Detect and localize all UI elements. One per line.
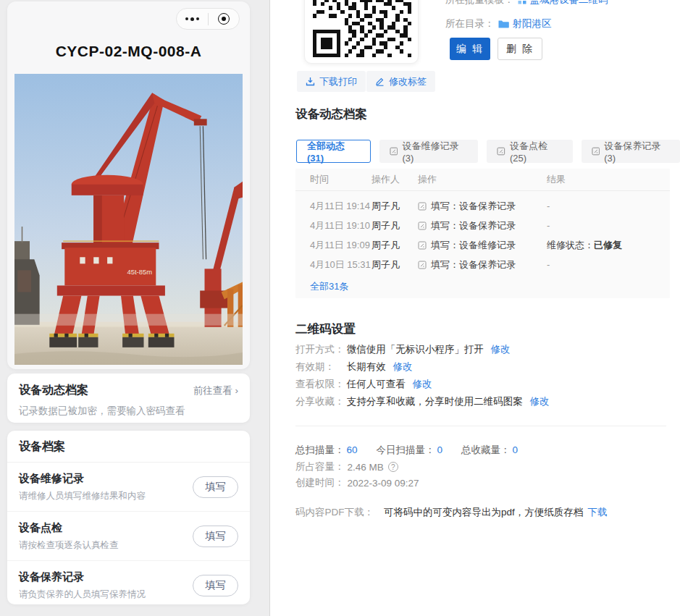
scan-total-value: 60 bbox=[347, 444, 358, 455]
help-icon[interactable]: ? bbox=[388, 462, 398, 472]
view-all-records-link[interactable]: 全部31条 bbox=[310, 281, 348, 292]
table-row: 4月11日 19:09 周子凡 填写：设备维修记录 维修状态：已修复 bbox=[295, 235, 670, 255]
edit-label-button[interactable]: 修改标签 bbox=[366, 71, 435, 92]
tab-bar: 全部动态(31) 设备维修记录(3) 设备点检(25) 设备保养记录(3) bbox=[296, 140, 680, 163]
fill-button[interactable]: 填写 bbox=[193, 575, 238, 596]
device-photo: 45t-85m bbox=[14, 74, 243, 365]
table-header: 时间 操作人 操作 结果 bbox=[295, 169, 670, 191]
tab-maintenance-records[interactable]: 设备保养记录(3) bbox=[582, 140, 680, 163]
dynamic-archive-title: 设备动态档案 bbox=[19, 383, 88, 398]
delete-button[interactable]: 删 除 bbox=[498, 38, 542, 60]
list-item-maintenance: 设备保养记录 请负责保养的人员填写保养情况 填写 bbox=[7, 561, 250, 610]
form-icon bbox=[418, 241, 427, 250]
tab-inspection[interactable]: 设备点检(25) bbox=[487, 140, 572, 163]
template-label: 所在批量模板： bbox=[445, 0, 514, 7]
form-icon bbox=[418, 202, 427, 211]
qr-code bbox=[313, 0, 411, 57]
pencil-icon bbox=[375, 77, 385, 86]
modify-link[interactable]: 修改 bbox=[393, 361, 413, 372]
qr-code-card bbox=[304, 0, 419, 64]
list-item-repair: 设备维修记录 请维修人员填写维修结果和内容 填写 bbox=[7, 463, 250, 512]
directory-label: 所在目录： bbox=[445, 17, 495, 30]
template-link[interactable]: 盐城港设备二维码 bbox=[530, 0, 608, 7]
template-row: 所在批量模板： 盐城港设备二维码 bbox=[445, 0, 608, 7]
section-divider bbox=[295, 426, 666, 426]
more-button[interactable] bbox=[177, 9, 208, 29]
download-icon bbox=[306, 77, 315, 86]
svg-text:45t-85m: 45t-85m bbox=[127, 269, 152, 277]
phone-preview-pane: CYCP-02-MQ-008-A bbox=[0, 0, 270, 616]
list-item-inspection: 设备点检 请按检查项逐条认真检查 填写 bbox=[7, 512, 250, 561]
storage-size-row: 所占容量： 2.46 MB ? bbox=[295, 460, 398, 473]
encrypted-note: 记录数据已被加密，需要输入密码查看 bbox=[19, 405, 238, 418]
directory-link[interactable]: 射阳港区 bbox=[513, 17, 552, 30]
created-time-row: 创建时间： 2022-3-09 09:27 bbox=[295, 476, 419, 489]
created-time-value: 2022-3-09 09:27 bbox=[348, 478, 419, 489]
exit-button[interactable] bbox=[209, 9, 240, 29]
favorite-total-value: 0 bbox=[513, 444, 519, 455]
modify-link[interactable]: 修改 bbox=[530, 396, 550, 407]
fill-button[interactable]: 填写 bbox=[193, 476, 238, 498]
setting-share-favorite: 分享收藏： 支持分享和收藏，分享时使用二维码图案 修改 bbox=[295, 395, 550, 408]
tab-repair-records[interactable]: 设备维修记录(3) bbox=[379, 140, 478, 163]
detail-pane: 所在批量模板： 盐城港设备二维码 所在目录： 射阳港区 编 辑 删 除 下载打印… bbox=[271, 0, 680, 616]
table-row: 4月11日 19:10 周子凡 填写：设备保养记录 - bbox=[295, 216, 670, 235]
chevron-right-icon: › bbox=[235, 385, 239, 396]
form-icon bbox=[418, 221, 427, 230]
target-icon bbox=[218, 13, 230, 25]
storage-size-value: 2.46 MB bbox=[348, 462, 384, 473]
preview-top-card: CYCP-02-MQ-008-A bbox=[7, 1, 250, 369]
tab-all-activity[interactable]: 全部动态(31) bbox=[296, 140, 371, 163]
download-print-button[interactable]: 下载打印 bbox=[297, 71, 366, 92]
scan-today-value: 0 bbox=[437, 444, 443, 455]
device-archive-card: 设备档案 设备维修记录 请维修人员填写维修结果和内容 填写 设备点检 请按检查项… bbox=[7, 431, 250, 604]
form-icon bbox=[497, 147, 505, 156]
form-icon bbox=[418, 261, 427, 269]
repair-status-value: 已修复 bbox=[594, 240, 622, 250]
setting-view-permission: 查看权限： 任何人可查看 修改 bbox=[295, 378, 432, 391]
archive-card-title: 设备档案 bbox=[19, 440, 65, 452]
table-row: 4月11日 19:14 周子凡 填写：设备保养记录 - bbox=[295, 196, 670, 216]
pdf-export-row: 码内容PDF下载：可将码中的可变内容导出为pdf，方便纸质存档下载 bbox=[295, 506, 607, 519]
go-view-link[interactable]: 前往查看 › bbox=[193, 384, 238, 397]
form-icon bbox=[390, 147, 398, 156]
port-crane-illustration: 45t-85m bbox=[14, 74, 243, 365]
directory-row: 所在目录： 射阳港区 bbox=[445, 17, 552, 30]
scan-stats-row: 总扫描量：60 今日扫描量：0 总收藏量：0 bbox=[295, 444, 518, 457]
activity-table: 时间 操作人 操作 结果 4月11日 19:14 周子凡 填写：设备保养记录 -… bbox=[295, 169, 670, 298]
modify-link[interactable]: 修改 bbox=[413, 379, 432, 389]
modify-link[interactable]: 修改 bbox=[491, 344, 511, 355]
section-title-dynamic-archive: 设备动态档案 bbox=[295, 106, 367, 122]
setting-open-mode: 打开方式： 微信使用「无标识小程序」打开 修改 bbox=[295, 343, 511, 356]
pdf-download-link[interactable]: 下载 bbox=[587, 507, 607, 518]
setting-validity: 有效期： 长期有效 修改 bbox=[295, 360, 413, 374]
form-icon bbox=[592, 147, 600, 156]
section-title-qr-settings: 二维码设置 bbox=[295, 321, 356, 337]
ellipsis-icon bbox=[185, 17, 199, 21]
folder-icon bbox=[498, 20, 509, 28]
dynamic-archive-card: 设备动态档案 前往查看 › 记录数据已被加密，需要输入密码查看 bbox=[7, 374, 250, 423]
edit-button[interactable]: 编 辑 bbox=[450, 38, 490, 60]
miniprogram-capsule bbox=[176, 8, 240, 30]
fill-button[interactable]: 填写 bbox=[193, 526, 238, 547]
template-icon bbox=[518, 0, 526, 4]
device-code-title: CYCP-02-MQ-008-A bbox=[7, 43, 250, 60]
table-row: 4月10日 15:31 周子凡 填写：设备保养记录 - bbox=[295, 255, 670, 274]
